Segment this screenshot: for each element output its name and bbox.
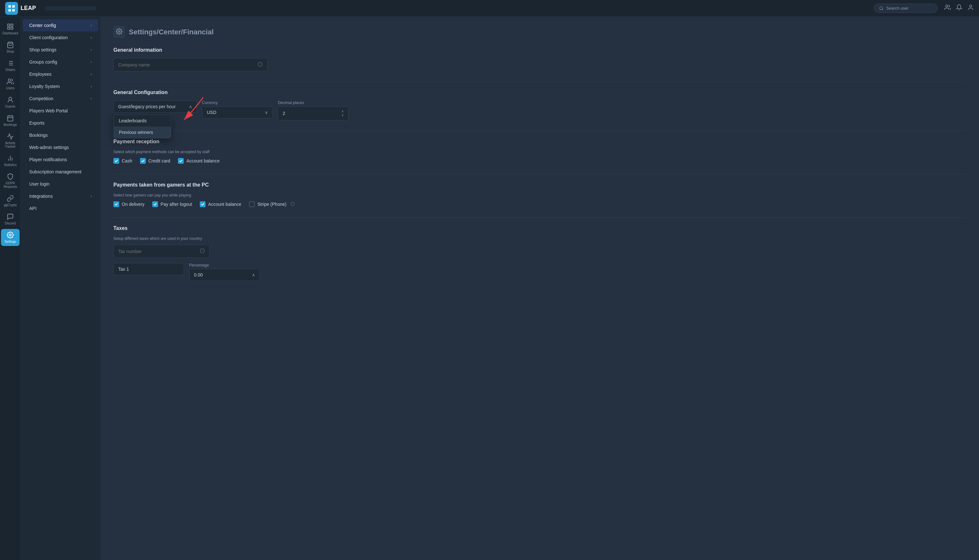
percentage-value: 0.00 xyxy=(194,272,203,277)
cash-checkbox[interactable] xyxy=(113,158,119,164)
checkbox-account-balance[interactable]: Account balance xyxy=(178,158,220,164)
checkbox-stripe-phone[interactable]: Stripe (Phone) xyxy=(249,201,295,207)
svg-point-6 xyxy=(970,5,972,7)
guests-icon xyxy=(7,96,14,103)
nav-label-integrations: Integrations xyxy=(29,193,53,199)
percentage-chevron-up-icon: ∧ xyxy=(252,272,255,277)
sidebar-item-shop[interactable]: Shop xyxy=(1,39,20,56)
nav-item-bookings[interactable]: Bookings xyxy=(23,129,98,141)
checkbox-pay-after-logout[interactable]: Pay after logout xyxy=(152,201,192,207)
price-per-hour-select[interactable]: Guest/legacy prices per hour ∧ xyxy=(113,100,197,113)
tax-number-field[interactable] xyxy=(113,245,210,258)
decimal-places-select[interactable]: 2 ∧ ∨ xyxy=(278,106,349,120)
nav-item-shop-settings[interactable]: Shop settings › xyxy=(23,44,98,56)
orders-icon xyxy=(7,60,14,67)
sidebar-item-statistics[interactable]: Statistics xyxy=(1,152,20,169)
nav-label-client-configuration: Client configuration xyxy=(29,35,68,40)
payment-reception-heading: Payment reception xyxy=(113,139,159,144)
nav-label-exports: Exports xyxy=(29,120,44,125)
user-icon[interactable] xyxy=(967,4,974,12)
nav-item-center-config[interactable]: Center config › xyxy=(23,19,98,32)
users-icon[interactable] xyxy=(944,4,951,12)
nav-label-player-notifications: Player notifications xyxy=(29,157,67,162)
nav-item-competition[interactable]: Competition › xyxy=(23,92,98,105)
nav-item-groups-config[interactable]: Groups config › xyxy=(23,56,98,68)
price-per-hour-container: Guest/legacy prices per hour ∧ Leaderboa… xyxy=(113,100,197,113)
percentage-select[interactable]: 0.00 ∧ xyxy=(189,269,260,281)
nav-item-players-web-portal[interactable]: Players Web Portal xyxy=(23,105,98,117)
currency-container: Currency USD ∨ xyxy=(202,100,273,118)
nav-item-player-notifications[interactable]: Player notifications xyxy=(23,153,98,166)
nav-item-employees[interactable]: Employees › xyxy=(23,68,98,80)
sidebar-item-ggcrypto[interactable]: ggCrypto xyxy=(1,192,20,209)
checkbox-on-delivery[interactable]: On delivery xyxy=(113,201,145,207)
sidebar-item-discord[interactable]: Discord xyxy=(1,211,20,228)
nav-label-bookings: Bookings xyxy=(29,133,48,138)
price-dropdown-menu: Leaderboards Previous winners xyxy=(113,115,171,138)
sidebar-item-statistics-label: Statistics xyxy=(4,163,17,167)
main-content: Settings/Center/Financial General inform… xyxy=(100,17,979,560)
sidebar-item-settings[interactable]: Settings xyxy=(1,229,20,246)
price-per-hour-value: Guest/legacy prices per hour xyxy=(118,104,176,109)
bell-icon[interactable] xyxy=(956,4,962,12)
sidebar-item-bookings[interactable]: Bookings xyxy=(1,112,20,129)
dropdown-item-leaderboards[interactable]: Leaderboards xyxy=(114,115,171,127)
account-balance-checkbox[interactable] xyxy=(178,158,184,164)
chevron-right-icon: › xyxy=(90,72,92,77)
sidebar-item-users[interactable]: Users xyxy=(1,75,20,92)
shop-icon xyxy=(7,42,14,48)
on-delivery-checkbox[interactable] xyxy=(113,201,119,207)
company-name-input[interactable] xyxy=(118,62,258,67)
tax-number-input[interactable] xyxy=(118,249,200,254)
nav-item-subscription-management[interactable]: Subscription management xyxy=(23,166,98,178)
checkbox-cash[interactable]: Cash xyxy=(113,158,132,164)
on-delivery-label: On delivery xyxy=(122,202,145,207)
checkbox-account-balance-2[interactable]: Account balance xyxy=(200,201,242,207)
nav-item-exports[interactable]: Exports xyxy=(23,117,98,129)
discord-icon xyxy=(7,213,14,220)
decimal-chevron-up-icon: ∧ xyxy=(342,110,344,113)
chevron-right-icon: › xyxy=(90,96,92,101)
nav-item-loyalty-system[interactable]: Loyalty System › xyxy=(23,80,98,92)
account-balance-2-checkbox[interactable] xyxy=(200,201,205,207)
sidebar-item-settings-label: Settings xyxy=(5,240,16,243)
chevron-right-icon: › xyxy=(90,35,92,40)
icon-sidebar: Dashboard Shop Orders Users Guests Booki… xyxy=(0,17,21,560)
nav-item-api[interactable]: API xyxy=(23,202,98,215)
sidebar-item-gdpr[interactable]: GDPR Requests xyxy=(1,170,20,191)
company-name-field[interactable] xyxy=(113,58,268,71)
credit-card-checkbox[interactable] xyxy=(140,158,146,164)
logo[interactable]: LEAP xyxy=(5,2,36,15)
pay-after-logout-checkbox[interactable] xyxy=(152,201,158,207)
tax1-field[interactable] xyxy=(113,263,184,275)
sidebar-item-guests[interactable]: Guests xyxy=(1,94,20,111)
sidebar-item-orders-label: Orders xyxy=(5,68,15,72)
company-name-help-icon[interactable] xyxy=(258,62,263,68)
nav-item-user-login[interactable]: User login xyxy=(23,178,98,190)
nav-item-integrations[interactable]: Integrations › xyxy=(23,190,98,202)
nav-item-web-admin-settings[interactable]: Web-admin settings xyxy=(23,141,98,153)
search-bar[interactable]: Search user xyxy=(874,3,938,13)
tax-number-help-icon[interactable] xyxy=(200,248,205,254)
checkbox-credit-card[interactable]: Credit card xyxy=(140,158,170,164)
svg-rect-8 xyxy=(11,24,13,26)
sidebar-item-guests-label: Guests xyxy=(5,105,15,108)
sidebar-item-orders[interactable]: Orders xyxy=(1,57,20,74)
nav-label-employees: Employees xyxy=(29,72,52,77)
stripe-phone-checkbox[interactable] xyxy=(249,201,255,207)
nav-item-client-configuration[interactable]: Client configuration › xyxy=(23,32,98,44)
tax1-input[interactable] xyxy=(118,267,179,272)
stripe-phone-help-icon[interactable] xyxy=(290,202,295,207)
currency-select[interactable]: USD ∨ xyxy=(202,106,273,118)
taxes-subtitle: Setup different taxes which are used in … xyxy=(113,236,966,241)
currency-value: USD xyxy=(207,110,217,115)
svg-rect-9 xyxy=(11,27,13,29)
sidebar-item-activity-tracker[interactable]: Activity Tracker xyxy=(1,130,20,151)
sidebar-item-dashboard-label: Dashboard xyxy=(3,32,18,35)
sidebar-item-dashboard[interactable]: Dashboard xyxy=(1,20,20,38)
logo-icon xyxy=(5,2,18,15)
dropdown-item-previous-winners[interactable]: Previous winners xyxy=(114,127,171,138)
tax1-container xyxy=(113,263,184,281)
payments-from-gamers-methods: On delivery Pay after logout Account bal… xyxy=(113,201,966,207)
decimal-places-container: Decimal places 2 ∧ ∨ xyxy=(278,100,349,120)
